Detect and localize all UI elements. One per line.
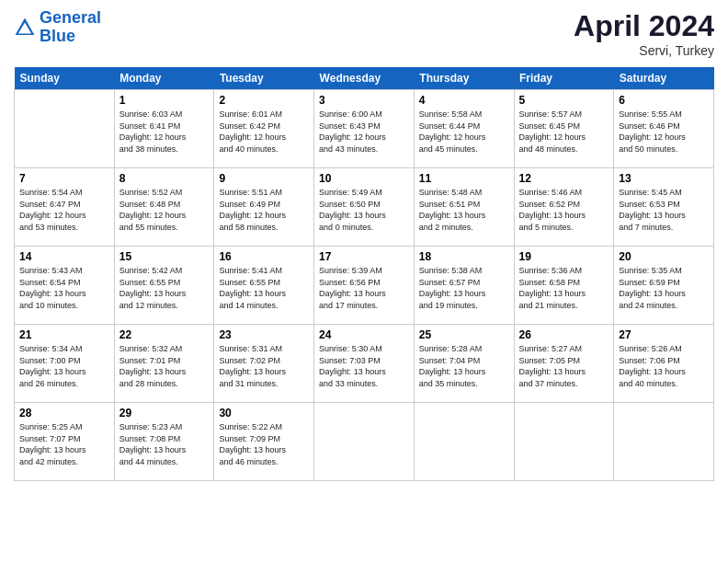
day-info: Sunrise: 5:58 AM Sunset: 6:44 PM Dayligh… (419, 109, 509, 155)
calendar-cell: 6Sunrise: 5:55 AM Sunset: 6:46 PM Daylig… (614, 90, 714, 168)
calendar-cell: 19Sunrise: 5:36 AM Sunset: 6:58 PM Dayli… (514, 247, 614, 325)
day-number: 19 (519, 250, 609, 263)
page-header: General Blue April 2024 Servi, Turkey (14, 9, 714, 58)
day-info: Sunrise: 5:27 AM Sunset: 7:05 PM Dayligh… (519, 343, 609, 389)
calendar-cell (614, 403, 714, 481)
logo-icon (14, 17, 36, 39)
week-row-1: 1Sunrise: 6:03 AM Sunset: 6:41 PM Daylig… (15, 90, 714, 168)
day-number: 24 (319, 328, 409, 341)
day-number: 7 (19, 172, 109, 185)
day-number: 21 (19, 328, 109, 341)
calendar-cell: 18Sunrise: 5:38 AM Sunset: 6:57 PM Dayli… (414, 247, 514, 325)
day-info: Sunrise: 5:28 AM Sunset: 7:04 PM Dayligh… (419, 343, 509, 389)
day-info: Sunrise: 5:43 AM Sunset: 6:54 PM Dayligh… (19, 265, 109, 311)
day-info: Sunrise: 6:01 AM Sunset: 6:42 PM Dayligh… (219, 109, 309, 155)
weekday-header-sunday: Sunday (15, 67, 115, 90)
week-row-5: 28Sunrise: 5:25 AM Sunset: 7:07 PM Dayli… (15, 403, 714, 481)
month-year-title: April 2024 (574, 9, 714, 43)
weekday-header-monday: Monday (114, 67, 214, 90)
calendar-cell (514, 403, 614, 481)
title-block: April 2024 Servi, Turkey (574, 9, 714, 58)
day-number: 26 (519, 328, 609, 341)
day-info: Sunrise: 5:36 AM Sunset: 6:58 PM Dayligh… (519, 265, 609, 311)
weekday-header-tuesday: Tuesday (214, 67, 314, 90)
day-info: Sunrise: 5:41 AM Sunset: 6:55 PM Dayligh… (219, 265, 309, 311)
calendar-cell: 26Sunrise: 5:27 AM Sunset: 7:05 PM Dayli… (514, 325, 614, 403)
day-number: 14 (19, 250, 109, 263)
calendar-cell: 30Sunrise: 5:22 AM Sunset: 7:09 PM Dayli… (214, 403, 314, 481)
weekday-header-wednesday: Wednesday (314, 67, 415, 90)
calendar-cell: 16Sunrise: 5:41 AM Sunset: 6:55 PM Dayli… (214, 247, 314, 325)
day-info: Sunrise: 5:25 AM Sunset: 7:07 PM Dayligh… (19, 421, 109, 467)
calendar-cell: 9Sunrise: 5:51 AM Sunset: 6:49 PM Daylig… (214, 168, 314, 247)
day-info: Sunrise: 5:45 AM Sunset: 6:53 PM Dayligh… (619, 187, 709, 233)
day-info: Sunrise: 5:39 AM Sunset: 6:56 PM Dayligh… (319, 265, 409, 311)
calendar-cell: 13Sunrise: 5:45 AM Sunset: 6:53 PM Dayli… (614, 168, 714, 247)
day-info: Sunrise: 5:38 AM Sunset: 6:57 PM Dayligh… (419, 265, 509, 311)
calendar-cell: 12Sunrise: 5:46 AM Sunset: 6:52 PM Dayli… (514, 168, 614, 247)
calendar-cell: 29Sunrise: 5:23 AM Sunset: 7:08 PM Dayli… (114, 403, 214, 481)
day-number: 13 (619, 172, 709, 185)
day-number: 4 (419, 94, 509, 107)
calendar-cell: 21Sunrise: 5:34 AM Sunset: 7:00 PM Dayli… (15, 325, 115, 403)
day-number: 3 (319, 94, 409, 107)
calendar-cell: 7Sunrise: 5:54 AM Sunset: 6:47 PM Daylig… (15, 168, 115, 247)
weekday-header-row: SundayMondayTuesdayWednesdayThursdayFrid… (15, 67, 714, 90)
day-info: Sunrise: 6:03 AM Sunset: 6:41 PM Dayligh… (119, 109, 210, 155)
day-number: 17 (319, 250, 409, 263)
calendar-cell: 20Sunrise: 5:35 AM Sunset: 6:59 PM Dayli… (614, 247, 714, 325)
weekday-header-saturday: Saturday (614, 67, 714, 90)
day-info: Sunrise: 5:34 AM Sunset: 7:00 PM Dayligh… (19, 343, 109, 389)
day-number: 25 (419, 328, 509, 341)
calendar-cell (314, 403, 415, 481)
calendar-table: SundayMondayTuesdayWednesdayThursdayFrid… (14, 67, 714, 481)
day-info: Sunrise: 5:49 AM Sunset: 6:50 PM Dayligh… (319, 187, 409, 233)
day-number: 30 (219, 407, 309, 419)
day-info: Sunrise: 5:55 AM Sunset: 6:46 PM Dayligh… (619, 109, 709, 155)
calendar-cell: 8Sunrise: 5:52 AM Sunset: 6:48 PM Daylig… (114, 168, 214, 247)
day-info: Sunrise: 5:31 AM Sunset: 7:02 PM Dayligh… (219, 343, 309, 389)
day-info: Sunrise: 5:23 AM Sunset: 7:08 PM Dayligh… (119, 421, 210, 467)
day-number: 20 (619, 250, 709, 263)
calendar-cell: 14Sunrise: 5:43 AM Sunset: 6:54 PM Dayli… (15, 247, 115, 325)
calendar-cell (15, 90, 115, 168)
day-info: Sunrise: 5:46 AM Sunset: 6:52 PM Dayligh… (519, 187, 609, 233)
day-info: Sunrise: 5:42 AM Sunset: 6:55 PM Dayligh… (119, 265, 210, 311)
calendar-cell (414, 403, 514, 481)
day-info: Sunrise: 5:52 AM Sunset: 6:48 PM Dayligh… (119, 187, 210, 233)
location-label: Servi, Turkey (574, 43, 714, 58)
weekday-header-thursday: Thursday (414, 67, 514, 90)
calendar-cell: 28Sunrise: 5:25 AM Sunset: 7:07 PM Dayli… (15, 403, 115, 481)
day-number: 11 (419, 172, 509, 185)
day-info: Sunrise: 5:32 AM Sunset: 7:01 PM Dayligh… (119, 343, 210, 389)
week-row-2: 7Sunrise: 5:54 AM Sunset: 6:47 PM Daylig… (15, 168, 714, 247)
day-number: 23 (219, 328, 309, 341)
calendar-cell: 23Sunrise: 5:31 AM Sunset: 7:02 PM Dayli… (214, 325, 314, 403)
day-info: Sunrise: 5:30 AM Sunset: 7:03 PM Dayligh… (319, 343, 409, 389)
calendar-cell: 3Sunrise: 6:00 AM Sunset: 6:43 PM Daylig… (314, 90, 415, 168)
week-row-3: 14Sunrise: 5:43 AM Sunset: 6:54 PM Dayli… (15, 247, 714, 325)
day-number: 18 (419, 250, 509, 263)
day-number: 10 (319, 172, 409, 185)
day-info: Sunrise: 5:57 AM Sunset: 6:45 PM Dayligh… (519, 109, 609, 155)
day-number: 6 (619, 94, 709, 107)
day-number: 9 (219, 172, 309, 185)
calendar-cell: 22Sunrise: 5:32 AM Sunset: 7:01 PM Dayli… (114, 325, 214, 403)
logo: General Blue (14, 9, 101, 46)
day-number: 22 (119, 328, 210, 341)
day-number: 27 (619, 328, 709, 341)
calendar-cell: 24Sunrise: 5:30 AM Sunset: 7:03 PM Dayli… (314, 325, 415, 403)
day-number: 8 (119, 172, 210, 185)
calendar-cell: 2Sunrise: 6:01 AM Sunset: 6:42 PM Daylig… (214, 90, 314, 168)
day-number: 12 (519, 172, 609, 185)
calendar-cell: 10Sunrise: 5:49 AM Sunset: 6:50 PM Dayli… (314, 168, 415, 247)
calendar-cell: 17Sunrise: 5:39 AM Sunset: 6:56 PM Dayli… (314, 247, 415, 325)
calendar-cell: 4Sunrise: 5:58 AM Sunset: 6:44 PM Daylig… (414, 90, 514, 168)
calendar-cell: 5Sunrise: 5:57 AM Sunset: 6:45 PM Daylig… (514, 90, 614, 168)
day-info: Sunrise: 6:00 AM Sunset: 6:43 PM Dayligh… (319, 109, 409, 155)
day-info: Sunrise: 5:35 AM Sunset: 6:59 PM Dayligh… (619, 265, 709, 311)
calendar-cell: 15Sunrise: 5:42 AM Sunset: 6:55 PM Dayli… (114, 247, 214, 325)
day-number: 2 (219, 94, 309, 107)
day-info: Sunrise: 5:54 AM Sunset: 6:47 PM Dayligh… (19, 187, 109, 233)
logo-text: General Blue (40, 9, 101, 46)
